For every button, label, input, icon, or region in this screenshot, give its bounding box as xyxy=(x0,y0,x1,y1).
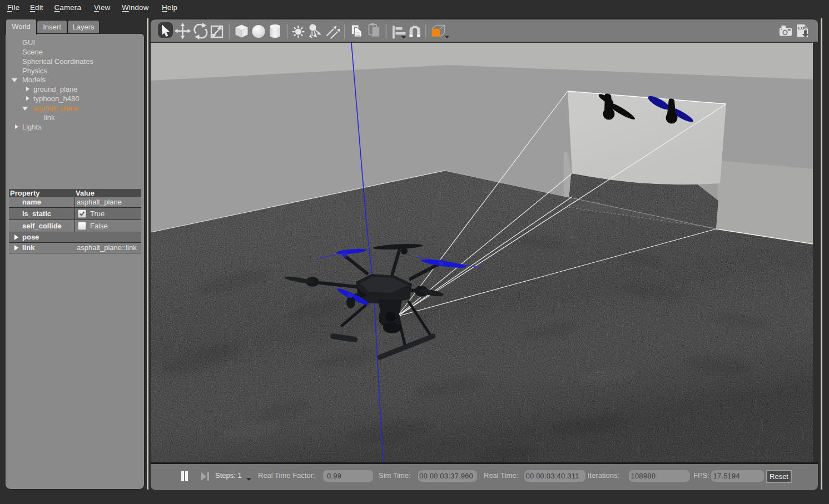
svg-text:LOG: LOG xyxy=(798,26,808,31)
